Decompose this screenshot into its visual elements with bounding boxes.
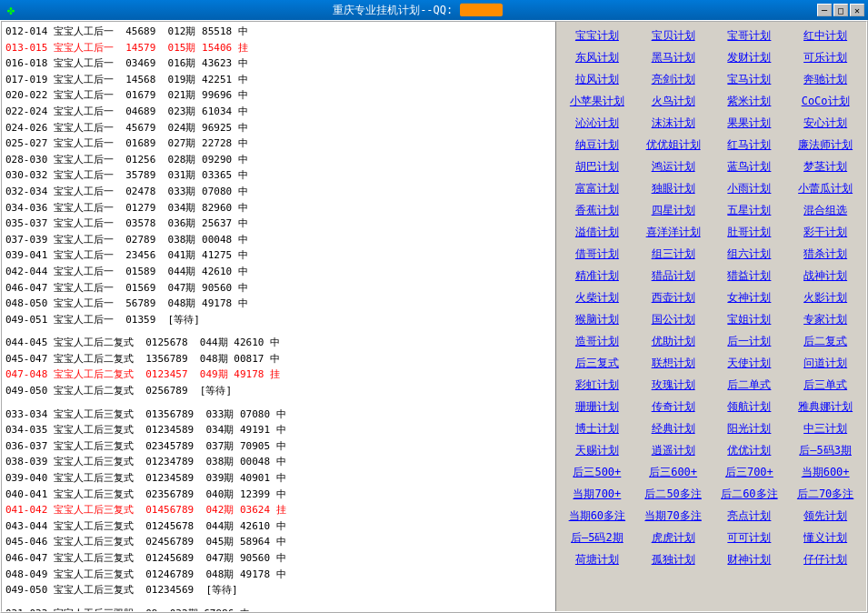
plan-link[interactable]: 小蕾瓜计划 — [788, 178, 863, 198]
plan-link[interactable]: 雅典娜计划 — [788, 397, 863, 417]
restore-button[interactable]: □ — [833, 4, 848, 16]
plan-link[interactable]: 宝宝计划 — [560, 25, 634, 45]
plan-link[interactable]: 安心计划 — [788, 113, 863, 133]
plan-link[interactable]: 懂义计划 — [788, 528, 863, 548]
plan-link[interactable]: 当期700+ — [560, 484, 634, 504]
plan-link[interactable]: 猎杀计划 — [788, 244, 863, 264]
plan-link[interactable]: 后三500+ — [560, 462, 634, 482]
plan-link[interactable]: 优优姐计划 — [636, 135, 711, 155]
plan-link[interactable]: 红中计划 — [788, 25, 863, 45]
plan-link[interactable]: 纳豆计划 — [560, 135, 634, 155]
plan-link[interactable]: 黑马计划 — [636, 47, 711, 67]
plan-link[interactable]: 阳光计划 — [713, 418, 787, 438]
plan-link[interactable]: 后—5码3期 — [788, 440, 863, 460]
plan-link[interactable]: 后二70多注 — [788, 484, 863, 504]
close-button[interactable]: ✕ — [850, 4, 864, 16]
plan-link[interactable]: 香蕉计划 — [560, 200, 634, 220]
plan-link[interactable]: 猎益计划 — [713, 266, 787, 286]
plan-link[interactable]: 问道计划 — [788, 353, 863, 373]
plan-link[interactable]: 火柴计划 — [560, 287, 634, 307]
plan-link[interactable]: 经典计划 — [636, 418, 711, 438]
plan-link[interactable]: 胡巴计划 — [560, 156, 634, 176]
plan-link[interactable]: 五星计划 — [713, 200, 787, 220]
plan-link[interactable]: 玫瑰计划 — [636, 375, 711, 395]
plan-link[interactable]: 后三600+ — [636, 462, 711, 482]
plan-link[interactable]: 专家计划 — [788, 309, 863, 329]
plan-link[interactable]: 西壶计划 — [636, 287, 711, 307]
plan-link[interactable]: 廉法师计划 — [788, 135, 863, 155]
plan-link[interactable]: 天赐计划 — [560, 440, 634, 460]
plan-link[interactable]: 传奇计划 — [636, 397, 711, 417]
plan-link[interactable]: 果果计划 — [713, 113, 787, 133]
plan-link[interactable]: 宝贝计划 — [636, 25, 711, 45]
plan-link[interactable]: 喜洋洋计划 — [636, 222, 711, 242]
plan-link[interactable]: 鸿运计划 — [636, 156, 711, 176]
plan-link[interactable]: 组三计划 — [636, 244, 711, 264]
plan-link[interactable]: 借哥计划 — [560, 244, 634, 264]
plan-link[interactable]: 红马计划 — [713, 135, 787, 155]
plan-link[interactable]: 小雨计划 — [713, 178, 787, 198]
plan-link[interactable]: 四星计划 — [636, 200, 711, 220]
plan-link[interactable]: 后三复式 — [560, 353, 634, 373]
plan-link[interactable]: 优助计划 — [636, 331, 711, 351]
plan-link[interactable]: 后二单式 — [713, 375, 787, 395]
plan-link[interactable]: 当期60多注 — [560, 506, 634, 526]
plan-link[interactable]: 战神计划 — [788, 266, 863, 286]
plan-link[interactable]: 宝马计划 — [713, 69, 787, 89]
plan-link[interactable]: 宝哥计划 — [713, 25, 787, 45]
plan-link[interactable]: 荷塘计划 — [560, 549, 634, 569]
plan-link[interactable]: 小苹果计划 — [560, 91, 634, 111]
plan-link[interactable]: 可可计划 — [713, 528, 787, 548]
plan-link[interactable]: CoCo计划 — [788, 91, 863, 111]
plan-link[interactable]: 猎品计划 — [636, 266, 711, 286]
plan-link[interactable]: 火鸟计划 — [636, 91, 711, 111]
plan-link[interactable]: 后二50多注 — [636, 484, 711, 504]
minimize-button[interactable]: ─ — [817, 4, 832, 16]
plan-link[interactable]: 发财计划 — [713, 47, 787, 67]
plan-link[interactable]: 亮剑计划 — [636, 69, 711, 89]
plan-link[interactable]: 蓝鸟计划 — [713, 156, 787, 176]
plan-link[interactable]: 猴脑计划 — [560, 309, 634, 329]
plan-link[interactable]: 彩干计划 — [788, 222, 863, 242]
plan-link[interactable]: 后—5码2期 — [560, 528, 634, 548]
plan-link[interactable]: 沁沁计划 — [560, 113, 634, 133]
plan-link[interactable]: 联想计划 — [636, 353, 711, 373]
plan-link[interactable]: 仔仔计划 — [788, 549, 863, 569]
plan-link[interactable]: 孤独计划 — [636, 549, 711, 569]
plan-link[interactable]: 领先计划 — [788, 506, 863, 526]
plan-link[interactable]: 造哥计划 — [560, 331, 634, 351]
plan-link[interactable]: 溢借计划 — [560, 222, 634, 242]
plan-link[interactable]: 混合组选 — [788, 200, 863, 220]
plan-link[interactable]: 宝姐计划 — [713, 309, 787, 329]
plan-link[interactable]: 当期70多注 — [636, 506, 711, 526]
plan-link[interactable]: 紫米计划 — [713, 91, 787, 111]
plan-link[interactable]: 逍遥计划 — [636, 440, 711, 460]
plan-link[interactable]: 亮点计划 — [713, 506, 787, 526]
plan-link[interactable]: 财神计划 — [713, 549, 787, 569]
plan-link[interactable]: 后一计划 — [713, 331, 787, 351]
plan-link[interactable]: 博士计划 — [560, 418, 634, 438]
plan-link[interactable]: 肚哥计划 — [713, 222, 787, 242]
plan-link[interactable]: 后三单式 — [788, 375, 863, 395]
plan-link[interactable]: 奔驰计划 — [788, 69, 863, 89]
plan-link[interactable]: 后三700+ — [713, 462, 787, 482]
plan-link[interactable]: 组六计划 — [713, 244, 787, 264]
plan-link[interactable]: 当期600+ — [788, 462, 863, 482]
plan-link[interactable]: 精准计划 — [560, 266, 634, 286]
plan-link[interactable]: 彩虹计划 — [560, 375, 634, 395]
plan-link[interactable]: 火影计划 — [788, 287, 863, 307]
plan-link[interactable]: 优优计划 — [713, 440, 787, 460]
plan-link[interactable]: 中三计划 — [788, 418, 863, 438]
plan-link[interactable]: 拉风计划 — [560, 69, 634, 89]
plan-link[interactable]: 领航计划 — [713, 397, 787, 417]
plan-link[interactable]: 沫沫计划 — [636, 113, 711, 133]
plan-link[interactable]: 独眼计划 — [636, 178, 711, 198]
plan-link[interactable]: 天使计划 — [713, 353, 787, 373]
plan-link[interactable]: 后二复式 — [788, 331, 863, 351]
plan-link[interactable]: 可乐计划 — [788, 47, 863, 67]
left-panel[interactable]: 012-014 宝宝人工后一 45689 012期 85518 中013-015… — [2, 22, 556, 611]
plan-link[interactable]: 珊珊计划 — [560, 397, 634, 417]
plan-link[interactable]: 女神计划 — [713, 287, 787, 307]
plan-link[interactable]: 梦茎计划 — [788, 156, 863, 176]
plan-link[interactable]: 东风计划 — [560, 47, 634, 67]
